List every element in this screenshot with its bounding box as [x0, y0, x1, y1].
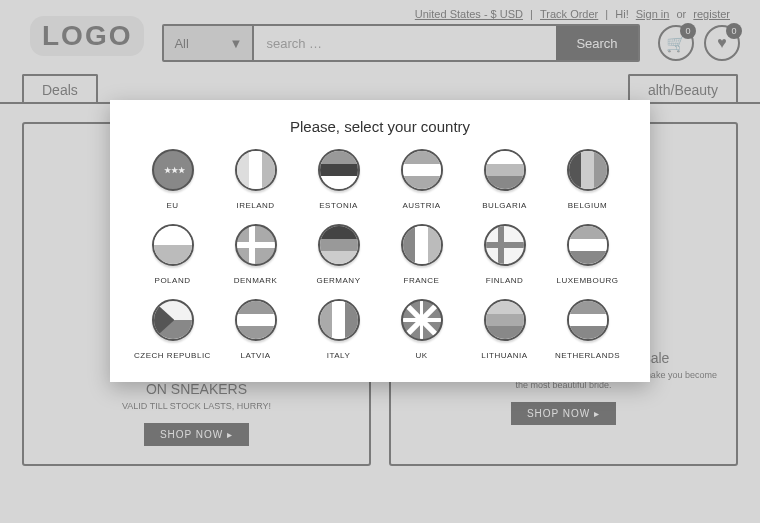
country-lithuania[interactable]: LITHUANIA — [466, 299, 543, 360]
country-bulgaria[interactable]: BULGARIA — [466, 149, 543, 210]
country-label: EU — [166, 201, 178, 210]
country-austria[interactable]: AUSTRIA — [383, 149, 460, 210]
country-grid: ⋆⋆⋆EUIRELANDESTONIAAUSTRIABULGARIABELGIU… — [134, 149, 626, 360]
flag-icon — [235, 149, 277, 191]
country-label: LATVIA — [241, 351, 271, 360]
flag-icon — [235, 299, 277, 341]
country-belgium[interactable]: BELGIUM — [549, 149, 626, 210]
modal-title: Please, select your country — [134, 118, 626, 135]
country-uk[interactable]: UK — [383, 299, 460, 360]
country-eu[interactable]: ⋆⋆⋆EU — [134, 149, 211, 210]
country-label: IRELAND — [236, 201, 274, 210]
flag-icon: ⋆⋆⋆ — [152, 149, 194, 191]
flag-icon — [152, 299, 194, 341]
country-label: FRANCE — [404, 276, 440, 285]
country-italy[interactable]: ITALY — [300, 299, 377, 360]
flag-icon — [318, 149, 360, 191]
country-finland[interactable]: FINLAND — [466, 224, 543, 285]
country-netherlands[interactable]: NETHERLANDS — [549, 299, 626, 360]
country-label: DENMARK — [234, 276, 278, 285]
country-label: FINLAND — [486, 276, 524, 285]
flag-icon — [567, 149, 609, 191]
country-select-modal: Please, select your country ⋆⋆⋆EUIRELAND… — [110, 100, 650, 382]
country-label: BELGIUM — [568, 201, 608, 210]
country-label: ESTONIA — [319, 201, 357, 210]
country-luxembourg[interactable]: LUXEMBOURG — [549, 224, 626, 285]
country-label: NETHERLANDS — [555, 351, 620, 360]
country-label: GERMANY — [317, 276, 361, 285]
flag-icon — [567, 299, 609, 341]
country-czech-republic[interactable]: CZECH REPUBLIC — [134, 299, 211, 360]
flag-icon — [401, 149, 443, 191]
flag-icon — [401, 224, 443, 266]
country-label: POLAND — [155, 276, 191, 285]
country-label: AUSTRIA — [402, 201, 440, 210]
modal-overlay[interactable]: Please, select your country ⋆⋆⋆EUIRELAND… — [0, 0, 760, 523]
country-label: LITHUANIA — [481, 351, 527, 360]
country-denmark[interactable]: DENMARK — [217, 224, 294, 285]
country-label: BULGARIA — [482, 201, 526, 210]
flag-icon — [484, 299, 526, 341]
flag-icon — [235, 224, 277, 266]
flag-icon — [152, 224, 194, 266]
flag-icon — [484, 224, 526, 266]
country-label: LUXEMBOURG — [557, 276, 619, 285]
country-germany[interactable]: GERMANY — [300, 224, 377, 285]
country-france[interactable]: FRANCE — [383, 224, 460, 285]
country-poland[interactable]: POLAND — [134, 224, 211, 285]
flag-icon — [484, 149, 526, 191]
country-estonia[interactable]: ESTONIA — [300, 149, 377, 210]
flag-icon — [318, 224, 360, 266]
country-label: CZECH REPUBLIC — [134, 351, 211, 360]
flag-icon — [401, 299, 443, 341]
flag-icon — [318, 299, 360, 341]
country-label: UK — [415, 351, 427, 360]
country-label: ITALY — [327, 351, 351, 360]
country-latvia[interactable]: LATVIA — [217, 299, 294, 360]
country-ireland[interactable]: IRELAND — [217, 149, 294, 210]
flag-icon — [567, 224, 609, 266]
